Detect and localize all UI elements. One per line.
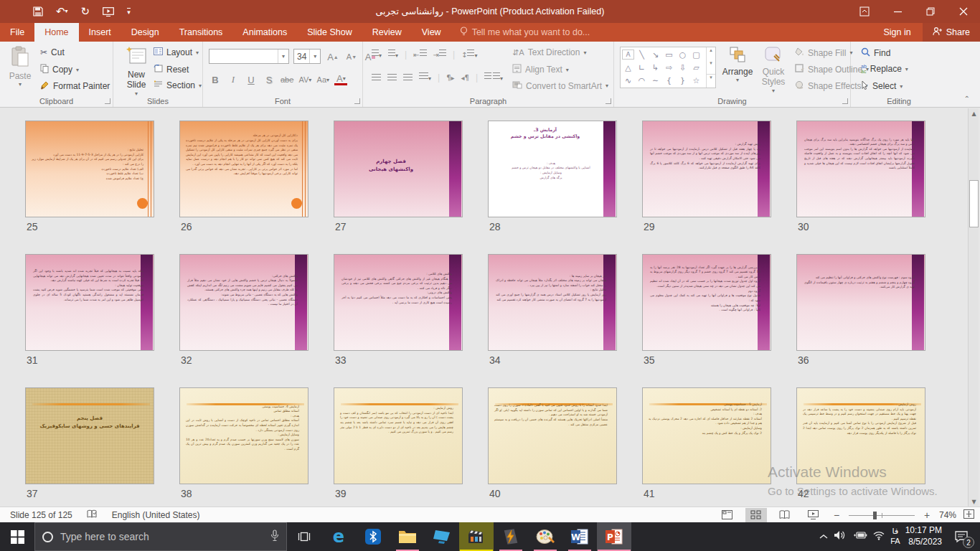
tab-review[interactable]: Review <box>362 23 412 42</box>
quick-styles-button[interactable]: Quick Styles ▾ <box>755 44 792 94</box>
numbering-button[interactable]: ▾ <box>388 50 398 60</box>
shape-fill-button[interactable]: Shape Fill ▾ <box>795 47 852 58</box>
increase-indent-button[interactable]: ⇥ <box>433 50 446 60</box>
zoom-in-button[interactable]: + <box>922 509 932 521</box>
shape-glyph-15[interactable]: { <box>662 74 676 87</box>
text-shadow-button[interactable]: S <box>263 72 275 87</box>
shape-glyph-0[interactable]: A <box>622 50 634 60</box>
zoom-level-label[interactable]: 74% <box>939 510 956 520</box>
tab-animations[interactable]: Animations <box>232 23 297 42</box>
shape-glyph-7[interactable]: ∟ <box>635 61 649 74</box>
shape-glyph-2[interactable]: ↘ <box>649 48 662 61</box>
taskbar-file-explorer-icon[interactable] <box>390 522 425 551</box>
fit-to-window-button[interactable] <box>963 509 974 521</box>
tab-design[interactable]: Design <box>121 23 169 42</box>
share-button[interactable]: Share <box>923 23 980 42</box>
zoom-slider-thumb[interactable] <box>873 512 877 519</box>
align-center-button[interactable] <box>387 74 397 82</box>
slide-thumbnail-32[interactable]: واکنش های حرکتی: معمولاً به دنبال هیجان … <box>179 254 308 351</box>
slide-thumbnail-28[interactable]: آزمایش 3ـ واکنشی در مقابل ترس و خشمهدف :… <box>488 121 617 217</box>
columns-button[interactable]: ▾ <box>484 72 503 83</box>
taskbar-word-icon[interactable]: W <box>562 522 597 551</box>
vertical-scrollbar[interactable]: ▲ ▼ <box>968 108 979 507</box>
slide-thumbnail-35[interactable]: با بررسی گزارش ها را بر عهده گیرد اگر تع… <box>642 254 771 351</box>
close-button[interactable] <box>947 0 980 23</box>
shape-glyph-17[interactable]: ☆ <box>689 74 703 87</box>
underline-button[interactable]: U <box>245 72 258 87</box>
taskbar-edge-icon[interactable]: e <box>321 522 356 551</box>
font-size-caret[interactable]: ▾ <box>309 50 320 63</box>
action-center-icon[interactable]: 2 <box>947 522 976 551</box>
start-button[interactable] <box>0 522 34 551</box>
section-button[interactable]: Section ▾ <box>154 80 202 90</box>
shape-glyph-6[interactable]: △ <box>621 61 635 74</box>
drawing-dialog-launcher[interactable] <box>842 98 848 104</box>
font-color-button[interactable]: A▾ <box>334 74 347 85</box>
slide-thumbnail-26[interactable]: د)کارایی کل آزمودنی در هر مرحله برای به … <box>179 121 308 217</box>
change-case-button[interactable]: Aa▾ <box>316 72 329 87</box>
increase-font-size-button[interactable]: A▲ <box>326 50 339 64</box>
slide-thumbnail-25[interactable]: تحلیل نتایج : کارایی آزمودنی را در هر یک… <box>25 121 154 217</box>
new-slide-button[interactable]: New Slide ▾ <box>118 44 155 97</box>
tellme-box[interactable]: Tell me what you want to do... <box>451 23 599 42</box>
slide-thumbnail-41[interactable]: آزمایش 5 . حساسیت پوستی 2. آستانه دو نقط… <box>642 387 771 484</box>
shape-glyph-14[interactable]: ∼ <box>649 74 662 87</box>
cut-button[interactable]: ✂ Cut <box>40 47 65 57</box>
rtl-text-direction-button[interactable]: ◂¶ <box>461 74 469 82</box>
font-name-caret[interactable]: ▾ <box>278 50 288 63</box>
language-indicator[interactable]: فا FA <box>890 527 900 547</box>
tab-view[interactable]: View <box>412 23 451 42</box>
find-button[interactable]: Find <box>861 47 890 59</box>
scrollbar-thumb[interactable] <box>969 180 979 227</box>
tab-insert[interactable]: Insert <box>79 23 121 42</box>
reading-view-button[interactable] <box>774 508 796 522</box>
sign-in-link[interactable]: Sign in <box>872 23 922 42</box>
slide-thumbnail-33[interactable]: واکنش های کلامی : به هنگام هیجان غیر از … <box>334 254 463 351</box>
slide-thumbnail-27[interactable]: فصل چهارم واکنشهای هیجانی <box>334 121 463 217</box>
language-label[interactable]: English (United States) <box>112 510 200 520</box>
volume-icon[interactable] <box>834 530 847 543</box>
taskbar-powerpoint-icon[interactable]: P <box>597 522 631 551</box>
taskbar-connect-icon[interactable] <box>425 522 459 551</box>
align-right-button[interactable] <box>403 74 413 82</box>
wifi-icon[interactable] <box>872 530 885 543</box>
scroll-up-icon[interactable]: ▲ <box>969 108 979 118</box>
shape-glyph-12[interactable]: ∿ <box>621 74 635 87</box>
scroll-down-icon[interactable]: ▼ <box>969 496 979 507</box>
arrange-button[interactable]: Arrange ▾ <box>719 44 756 83</box>
bold-button[interactable]: B <box>209 72 222 87</box>
taskbar-bluetooth-icon[interactable] <box>356 522 390 551</box>
taskbar-winamp-icon[interactable] <box>494 522 528 551</box>
gallery-up-icon[interactable]: ▴ <box>707 47 715 60</box>
copy-button[interactable]: Copy ▾ <box>40 64 79 75</box>
minimize-button[interactable] <box>881 0 914 23</box>
collapse-ribbon-icon[interactable]: ⌃ <box>964 95 970 103</box>
shape-glyph-1[interactable]: ╲ <box>635 48 649 61</box>
slide-thumbnail-30[interactable]: آنها باید هر مورد را روی یک برگ جداگانه … <box>796 121 925 217</box>
spellcheck-icon[interactable] <box>87 509 98 521</box>
decrease-indent-button[interactable]: ⇤ <box>413 50 426 60</box>
bullets-button[interactable]: ▾ <box>372 50 382 60</box>
text-direction-button[interactable]: ⇵A Text Direction ▾ <box>512 47 586 57</box>
select-button[interactable]: Select ▾ <box>861 80 903 92</box>
slide-thumbnail-31[interactable]: بلکه باید نسبت به هیجانهایی که قبلاً تجر… <box>25 254 154 351</box>
microphone-icon[interactable] <box>270 529 279 545</box>
tab-home[interactable]: Home <box>34 23 78 42</box>
shape-glyph-11[interactable]: ▱ <box>689 61 703 74</box>
replace-button[interactable]: abac Replace ▾ <box>861 64 908 74</box>
tab-slideshow[interactable]: Slide Show <box>297 23 362 42</box>
restore-button[interactable] <box>914 0 947 23</box>
format-painter-button[interactable]: Format Painter <box>40 80 110 92</box>
shape-glyph-8[interactable]: ↳ <box>649 61 662 74</box>
zoom-slider[interactable] <box>849 508 915 522</box>
slideshow-view-button[interactable] <box>803 508 824 522</box>
slide-thumbnail-37[interactable]: فصل پنجم فرایندهای حسی و روشهای سایکوفیز… <box>25 387 154 484</box>
align-left-button[interactable] <box>372 74 381 82</box>
tray-chevron-icon[interactable] <box>819 530 829 543</box>
clipboard-dialog-launcher[interactable] <box>105 98 110 104</box>
convert-smartart-button[interactable]: Convert to SmartArt ▾ <box>512 80 608 91</box>
font-name-combo[interactable]: ▾ <box>209 49 289 64</box>
normal-view-button[interactable] <box>717 508 738 522</box>
taskbar-media-player-icon[interactable] <box>459 522 494 551</box>
paragraph-dialog-launcher[interactable] <box>606 98 611 104</box>
